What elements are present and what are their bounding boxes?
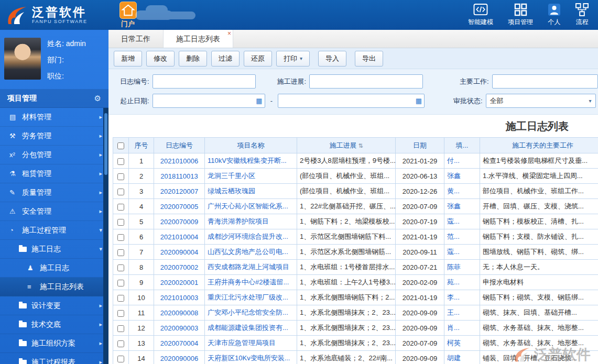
sidebar-item-6[interactable]: ⚠安全管理▸ (0, 202, 108, 221)
log-no-link[interactable]: 2018110013 (154, 169, 205, 184)
log-no-input[interactable] (153, 74, 256, 89)
sort-icon[interactable]: ⇅ (358, 142, 363, 149)
sidebar-item-4[interactable]: ⚗租赁管理▸ (0, 164, 108, 183)
reset-button[interactable]: 还原 (244, 51, 272, 67)
row-checkbox[interactable] (117, 158, 124, 165)
folder-icon (19, 341, 27, 346)
export-button[interactable]: 导出 (355, 51, 383, 67)
log-no-link[interactable]: 2020090004 (154, 245, 205, 260)
row-checkbox[interactable] (117, 219, 124, 226)
row-checkbox[interactable] (117, 280, 124, 286)
project-link[interactable]: 成都沙河环境综合提升改... (205, 229, 297, 245)
project-link[interactable]: 成都能源建设集团投资有... (205, 321, 297, 336)
delete-button[interactable]: 删除 (179, 51, 207, 67)
approval-status-select[interactable]: 全部 ▾ (486, 94, 596, 108)
project-link[interactable]: 王府井商务中心#2楼遗留... (205, 275, 297, 290)
edit-button[interactable]: 修改 (146, 51, 175, 67)
progress-input[interactable] (309, 74, 423, 89)
log-no-link[interactable]: 2020070004 (154, 336, 205, 351)
log-no-link[interactable]: 2020090006 (154, 351, 205, 364)
project-link[interactable]: 山西弘文房地产总公司电... (205, 245, 297, 260)
log-no-link[interactable]: 2021010004 (154, 229, 205, 245)
row-checkbox[interactable] (117, 173, 124, 180)
sidebar-item-3[interactable]: x²分包管理▸ (0, 146, 108, 164)
log-no-link[interactable]: 2020070009 (154, 214, 205, 229)
end-date-field: ▦ (278, 94, 425, 108)
sidebar-item-12[interactable]: 技术交底▸ (0, 315, 108, 334)
row-checkbox-cell (113, 169, 129, 184)
project-link[interactable]: 广州天心苑小区智能化系... (205, 199, 297, 214)
nav-item-smart-modeling[interactable]: 智能建模 (468, 3, 493, 27)
main-work-input[interactable] (492, 74, 598, 89)
log-no-link[interactable]: 2021010003 (154, 290, 205, 305)
nav-item-project-management[interactable]: 项目管理 (508, 3, 533, 27)
sidebar-item-13[interactable]: 施工组织方案▸ (0, 334, 108, 353)
column-header-6[interactable]: 填... (444, 138, 480, 153)
calendar-icon[interactable]: ▦ (416, 97, 422, 105)
start-date-input[interactable] (153, 94, 265, 108)
calendar-icon[interactable]: ▦ (256, 97, 262, 105)
tab-2[interactable]: 施工日志列表× (164, 30, 233, 48)
row-checkbox[interactable] (117, 189, 124, 195)
project-link[interactable]: 青海洪湖养护院项目 (205, 214, 297, 229)
column-header-0 (113, 138, 129, 153)
project-link[interactable]: 广安邓小平纪念馆安全防... (205, 305, 297, 321)
nav-item-workflow[interactable]: 流程 (575, 3, 589, 27)
chevron-down-icon: ▾ (589, 98, 592, 104)
row-checkbox[interactable] (117, 264, 124, 271)
column-header-5[interactable]: 日期 (396, 138, 444, 153)
log-no-link[interactable]: 2020070002 (154, 260, 205, 275)
sidebar-scrollbar-thumb[interactable] (104, 113, 107, 175)
sidebar-item-7[interactable]: ◔施工过程管理▾ (0, 221, 108, 240)
project-link[interactable]: 110kV安徽线程集变开断... (205, 153, 297, 169)
import-button[interactable]: 导入 (318, 51, 346, 67)
sidebar-scrollbar[interactable] (103, 108, 108, 364)
table-row: 72020090004山西弘文房地产总公司电...1、示范区水系北侧围墙钢筋..… (113, 245, 598, 260)
column-header-2[interactable]: 日志编号 (154, 138, 205, 153)
row-checkbox[interactable] (117, 295, 124, 302)
project-link[interactable]: 重庆江北污水处理厂级改... (205, 290, 297, 305)
row-checkbox[interactable] (117, 234, 124, 241)
row-checkbox[interactable] (117, 204, 124, 211)
row-checkbox[interactable] (117, 356, 124, 362)
sidebar-item-1[interactable]: ▤材料管理▸ (0, 108, 108, 127)
row-checkbox[interactable] (117, 310, 124, 317)
filter-button[interactable]: 过滤 (211, 51, 240, 67)
project-link[interactable]: 天津市应急管理局项目 (205, 336, 297, 351)
select-all-checkbox[interactable] (117, 142, 124, 149)
project-link[interactable]: 龙洞三千里小区 (205, 169, 297, 184)
sidebar-item-14[interactable]: 施工过程报表▸ (0, 353, 108, 364)
log-no-link[interactable]: 2021010006 (154, 153, 205, 169)
column-header-3[interactable]: 项目名称 (205, 138, 297, 153)
log-no-link[interactable]: 2020020001 (154, 275, 205, 290)
sidebar-item-11[interactable]: 设计变更▸ (0, 296, 108, 315)
tab-1[interactable]: 日常工作 (108, 30, 164, 48)
row-checkbox[interactable] (117, 340, 124, 347)
progress-cell: (部位项目、机械作业、班组... (297, 169, 396, 184)
end-date-input[interactable] (278, 94, 425, 108)
log-no-link[interactable]: 2020090003 (154, 321, 205, 336)
nav-item-personal[interactable]: 个人 (548, 3, 561, 27)
row-checkbox[interactable] (117, 325, 124, 332)
project-link[interactable]: 西安成都路龙湖上河城项目 (205, 260, 297, 275)
gear-icon[interactable]: ⚙ (94, 94, 101, 103)
portal-button[interactable]: 门户 (112, 2, 144, 29)
tab-close-icon[interactable]: × (227, 30, 231, 37)
add-button[interactable]: 新增 (114, 51, 142, 67)
sidebar-item-10[interactable]: ≡施工日志列表 (0, 278, 108, 296)
project-link[interactable]: 绿城云栖玫瑰园 (205, 184, 297, 199)
project-link[interactable]: 天府新区10Kv变电所安装... (205, 351, 297, 364)
sidebar-item-8[interactable]: 施工日志▾ (0, 240, 108, 259)
log-no-link[interactable]: 2020070005 (154, 199, 205, 214)
column-header-7[interactable]: 施工有关的主要工作 (480, 138, 598, 153)
log-no-link[interactable]: 2020120007 (154, 184, 205, 199)
sidebar-item-9[interactable]: ♟施工日志 (0, 259, 108, 278)
row-checkbox[interactable] (117, 249, 124, 256)
log-no-link[interactable]: 2020090008 (154, 305, 205, 321)
sidebar-item-5[interactable]: ✎质量管理▸ (0, 183, 108, 202)
print-button[interactable]: 打印▾ (276, 51, 310, 67)
column-header-1[interactable]: 序号 (129, 138, 154, 153)
sidebar-item-2[interactable]: ⚒劳务管理▸ (0, 127, 108, 146)
portal-label: 门户 (121, 19, 135, 29)
column-header-4[interactable]: 施工进展⇅ (297, 138, 396, 153)
